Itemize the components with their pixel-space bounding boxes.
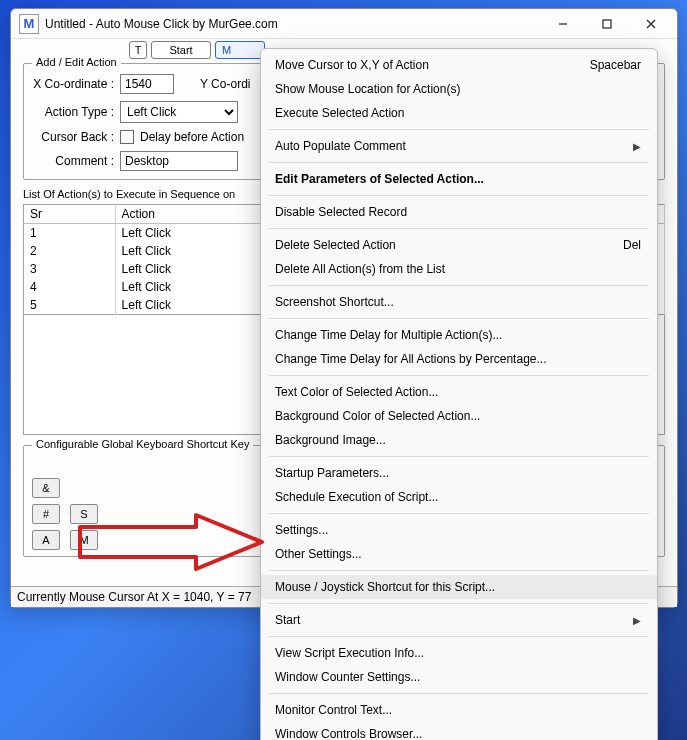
- menu-auto-populate[interactable]: Auto Populate Comment▶: [261, 134, 657, 158]
- menu-schedule[interactable]: Schedule Execution of Script...: [261, 485, 657, 509]
- menu-window-controls[interactable]: Window Controls Browser...: [261, 722, 657, 740]
- window-title: Untitled - Auto Mouse Click by MurGee.co…: [45, 17, 541, 31]
- action-type-select[interactable]: Left Click: [120, 101, 238, 123]
- menu-disable-selected[interactable]: Disable Selected Record: [261, 200, 657, 224]
- x-coord-label: X Co-ordinate :: [32, 77, 114, 91]
- menu-separator: [269, 570, 649, 571]
- shortcuts-title: Configurable Global Keyboard Shortcut Ke…: [32, 438, 253, 450]
- menu-separator: [269, 636, 649, 637]
- menu-move-cursor[interactable]: Move Cursor to X,Y of ActionSpacebar: [261, 53, 657, 77]
- menu-separator: [269, 162, 649, 163]
- menu-delete-all[interactable]: Delete All Action(s) from the List: [261, 257, 657, 281]
- menu-separator: [269, 693, 649, 694]
- menu-separator: [269, 285, 649, 286]
- toolbar-t-button[interactable]: T: [129, 41, 147, 59]
- app-icon: M: [19, 14, 39, 34]
- cursor-back-label: Cursor Back :: [32, 130, 114, 144]
- context-menu: Move Cursor to X,Y of ActionSpacebar Sho…: [260, 48, 658, 740]
- key-ampersand[interactable]: &: [32, 478, 60, 498]
- menu-execute-selected[interactable]: Execute Selected Action: [261, 101, 657, 125]
- menu-mouse-joystick[interactable]: Mouse / Joystick Shortcut for this Scrip…: [261, 575, 657, 599]
- menu-window-counter[interactable]: Window Counter Settings...: [261, 665, 657, 689]
- menu-view-info[interactable]: View Script Execution Info...: [261, 641, 657, 665]
- action-type-label: Action Type :: [32, 105, 114, 119]
- chevron-right-icon: ▶: [633, 141, 641, 152]
- menu-separator: [269, 513, 649, 514]
- close-button[interactable]: [629, 10, 673, 38]
- y-coord-label: Y Co-ordi: [200, 77, 250, 91]
- col-sr[interactable]: Sr: [24, 205, 116, 224]
- accel-del: Del: [623, 238, 641, 252]
- menu-settings[interactable]: Settings...: [261, 518, 657, 542]
- menu-separator: [269, 456, 649, 457]
- key-s[interactable]: S: [70, 504, 98, 524]
- toolbar-m-button[interactable]: M: [215, 41, 265, 59]
- menu-bg-color[interactable]: Background Color of Selected Action...: [261, 404, 657, 428]
- menu-separator: [269, 129, 649, 130]
- menu-screenshot[interactable]: Screenshot Shortcut...: [261, 290, 657, 314]
- menu-change-delay-pct[interactable]: Change Time Delay for All Actions by Per…: [261, 347, 657, 371]
- menu-start[interactable]: Start▶: [261, 608, 657, 632]
- menu-separator: [269, 228, 649, 229]
- key-a[interactable]: A: [32, 530, 60, 550]
- x-coord-input[interactable]: [120, 74, 174, 94]
- menu-separator: [269, 195, 649, 196]
- menu-edit-params[interactable]: Edit Parameters of Selected Action...: [261, 167, 657, 191]
- maximize-button[interactable]: [585, 10, 629, 38]
- menu-bg-image[interactable]: Background Image...: [261, 428, 657, 452]
- cell-sr: 4: [24, 278, 116, 296]
- titlebar[interactable]: M Untitled - Auto Mouse Click by MurGee.…: [11, 9, 677, 39]
- menu-separator: [269, 375, 649, 376]
- delay-label: Delay before Action: [140, 130, 244, 144]
- menu-change-delay-multi[interactable]: Change Time Delay for Multiple Action(s)…: [261, 323, 657, 347]
- menu-separator: [269, 603, 649, 604]
- menu-other-settings[interactable]: Other Settings...: [261, 542, 657, 566]
- cell-sr: 1: [24, 224, 116, 243]
- menu-separator: [269, 318, 649, 319]
- cell-sr: 2: [24, 242, 116, 260]
- menu-startup[interactable]: Startup Parameters...: [261, 461, 657, 485]
- menu-monitor-text[interactable]: Monitor Control Text...: [261, 698, 657, 722]
- menu-show-mouse[interactable]: Show Mouse Location for Action(s): [261, 77, 657, 101]
- toolbar-start-button[interactable]: Start: [151, 41, 211, 59]
- key-hash[interactable]: #: [32, 504, 60, 524]
- comment-label: Comment :: [32, 154, 114, 168]
- menu-delete-selected[interactable]: Delete Selected ActionDel: [261, 233, 657, 257]
- add-edit-title: Add / Edit Action: [32, 56, 121, 68]
- cell-sr: 3: [24, 260, 116, 278]
- comment-input[interactable]: [120, 151, 238, 171]
- accel-spacebar: Spacebar: [590, 58, 641, 72]
- cell-sr: 5: [24, 296, 116, 315]
- key-m[interactable]: M: [70, 530, 98, 550]
- chevron-right-icon: ▶: [633, 615, 641, 626]
- minimize-button[interactable]: [541, 10, 585, 38]
- svg-rect-0: [603, 20, 611, 28]
- menu-text-color[interactable]: Text Color of Selected Action...: [261, 380, 657, 404]
- cursor-back-checkbox[interactable]: [120, 130, 134, 144]
